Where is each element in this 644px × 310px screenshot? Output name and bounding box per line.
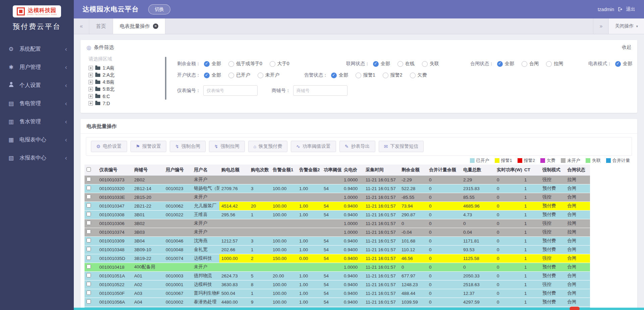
row-checkbox[interactable]: [87, 177, 91, 181]
radio-checked-icon: [331, 73, 337, 78]
tree-expand-icon[interactable]: [89, 87, 93, 91]
row-checkbox-cell: [85, 245, 97, 254]
table-cell: 12.37: [461, 289, 495, 298]
row-checkbox[interactable]: [87, 264, 91, 269]
row-checkbox[interactable]: [87, 256, 91, 260]
row-checkbox[interactable]: [87, 299, 91, 304]
tree-node[interactable]: 6:C: [89, 93, 162, 100]
row-checkbox-cell: [85, 289, 97, 298]
tree-expand-icon[interactable]: [89, 80, 93, 84]
column-header: 功率阈值(K: [322, 165, 342, 175]
radio-option[interactable]: 全部: [373, 61, 390, 67]
switch-button[interactable]: 切换: [148, 4, 170, 14]
radio-option[interactable]: 报警1: [356, 72, 375, 78]
collapse-link[interactable]: 收起: [622, 44, 631, 50]
sidebar-item-4[interactable]: ▤售电管理‹: [0, 94, 74, 113]
sidebar-item-2[interactable]: ✱用户管理‹: [0, 58, 74, 76]
row-checkbox[interactable]: [87, 194, 91, 199]
row-checkbox[interactable]: [87, 229, 91, 234]
row-checkbox[interactable]: [87, 247, 91, 251]
table-cell: 未开户: [192, 228, 219, 236]
tree-expand-icon[interactable]: [89, 66, 93, 70]
table-cell: 0.9400: [342, 298, 364, 306]
row-checkbox[interactable]: [87, 238, 91, 242]
table-row: 00100103083B010010022王维喜295.561100.001.0…: [85, 210, 590, 219]
company-name: 达模科技园: [27, 7, 57, 13]
toolbar-button-1[interactable]: ⚙电价设置: [91, 141, 127, 152]
tree-node[interactable]: 7:D: [89, 100, 162, 107]
board2-icon: ▥: [7, 118, 15, 125]
table-cell: [249, 263, 271, 271]
sidebar-item-5[interactable]: ▥售水管理‹: [0, 113, 74, 131]
filter-group-label: 联网状态：: [346, 61, 370, 67]
row-checkbox[interactable]: [87, 203, 91, 208]
tabs-scroll-left-icon[interactable]: «: [74, 18, 89, 34]
tree-expand-icon[interactable]: [89, 101, 93, 105]
close-operations-dropdown[interactable]: 关闭操作 ▾: [608, 18, 644, 34]
username[interactable]: tzadmin: [598, 7, 614, 12]
close-tab-icon[interactable]: ✕: [153, 24, 158, 29]
row-checkbox[interactable]: [87, 186, 91, 190]
toolbar-button-5[interactable]: ⌂恢复预付费: [248, 141, 287, 152]
sidebar-item-6[interactable]: ▦电报表中心‹: [0, 131, 74, 149]
filter-group-label: 开户状态：: [177, 72, 201, 78]
toolbar-button-8[interactable]: ✉下发报警短信: [379, 141, 424, 152]
toolbar-button-2[interactable]: ⚑报警设置: [130, 141, 167, 152]
sidebar-item-3[interactable]: 个人设置‹: [0, 76, 74, 94]
radio-option[interactable]: 全部: [331, 72, 348, 78]
row-checkbox[interactable]: [87, 212, 91, 216]
radio-option[interactable]: 报警2: [383, 72, 402, 78]
radio-option[interactable]: 合闸: [522, 61, 539, 67]
horizontal-scrollbar[interactable]: [74, 308, 644, 310]
radio-option[interactable]: 未开户: [258, 72, 279, 78]
table-cell: 110.12: [399, 245, 427, 254]
radio-option[interactable]: 拉闸: [546, 61, 563, 67]
company-logo-icon: [17, 7, 25, 15]
row-checkbox-cell: [85, 219, 97, 228]
tab-1[interactable]: 首页: [89, 18, 113, 34]
radio-option[interactable]: 全部: [615, 61, 632, 67]
row-checkbox[interactable]: [87, 273, 91, 277]
table-cell: 1.00: [297, 210, 322, 219]
sidebar-menu: ⚙系统配置‹✱用户管理‹个人设置‹▤售电管理‹▥售水管理‹▦电报表中心‹▧水报表…: [0, 40, 74, 167]
toolbar-button-4[interactable]: ↯强制拉闸: [209, 141, 245, 152]
tree-node[interactable]: 5:B北: [89, 86, 162, 93]
radio-option-label: 全部: [505, 61, 514, 67]
meter-no-input[interactable]: [203, 85, 258, 96]
column-header: 告警金额2: [297, 165, 322, 175]
radio-option[interactable]: 全部: [497, 61, 514, 67]
row-checkbox[interactable]: [87, 221, 91, 225]
tabs-scroll-right-icon[interactable]: »: [593, 18, 608, 34]
radio-option[interactable]: 欠费: [410, 72, 427, 78]
radio-option[interactable]: 失联: [422, 61, 439, 67]
logo-area: 达模科技园 DAMO TECHNOLOGY PARK 预付费云平台: [0, 0, 74, 33]
table-cell: A03: [132, 289, 164, 298]
tree-expand-icon[interactable]: [89, 94, 93, 98]
radio-option[interactable]: 已开户: [228, 72, 250, 78]
sidebar-item-1[interactable]: ⚙系统配置‹: [0, 40, 74, 58]
radio-option[interactable]: 全部: [204, 72, 221, 78]
toolbar-button-3[interactable]: ↯强制合闸: [170, 141, 206, 152]
tree-node[interactable]: 1:A南: [89, 64, 162, 72]
toolbar-button-6[interactable]: ∿功率阈值设置: [291, 141, 336, 152]
select-all-checkbox[interactable]: [87, 167, 91, 172]
table-cell: 0: [427, 254, 461, 263]
table-cell: 0: [495, 184, 522, 193]
tree-node[interactable]: 2:A北: [89, 72, 162, 79]
toolbar-button-7[interactable]: ✎抄表导出: [339, 141, 375, 152]
radio-option[interactable]: 低于或等于0: [228, 61, 262, 67]
row-checkbox[interactable]: [87, 282, 91, 286]
tree-node[interactable]: 4:B南: [89, 79, 162, 86]
tab-2[interactable]: 电表批量操作✕: [113, 18, 165, 34]
tree-scrollbar[interactable]: [165, 57, 166, 100]
radio-option[interactable]: 在线: [397, 61, 415, 67]
radio-option[interactable]: 大于0: [270, 61, 289, 67]
tree-expand-icon[interactable]: [89, 73, 93, 77]
logout-button[interactable]: 退出: [626, 6, 635, 12]
sidebar-item-7[interactable]: ▧水报表中心‹: [0, 149, 74, 167]
radio-option[interactable]: 全部: [204, 61, 221, 67]
radio-option-label: 全部: [212, 72, 221, 78]
shop-no-input[interactable]: [293, 85, 347, 96]
row-checkbox[interactable]: [87, 291, 91, 295]
table-cell: 1: [522, 254, 540, 263]
